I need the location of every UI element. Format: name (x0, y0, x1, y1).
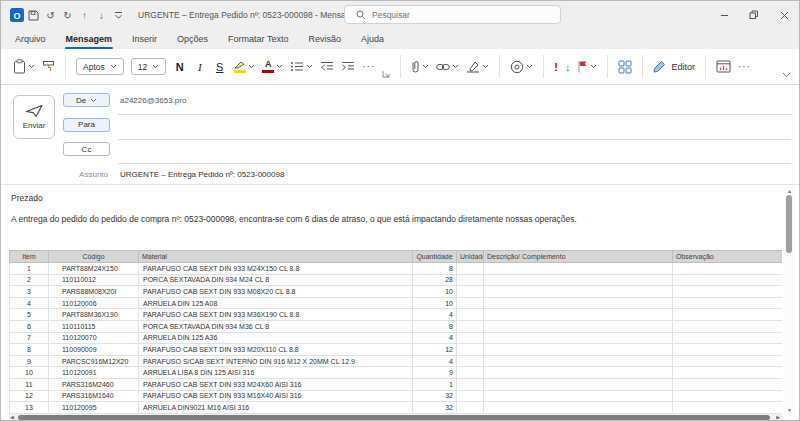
to-input[interactable] (118, 126, 791, 140)
more-font-options-button[interactable]: ··· (362, 61, 375, 72)
scroll-right-button[interactable]: ▶ (776, 414, 780, 421)
tab-formatar-texto[interactable]: Formatar Texto (218, 29, 298, 49)
table-cell: 12 (413, 344, 457, 356)
flag-icon (577, 60, 588, 73)
table-cell: 11 (10, 378, 49, 390)
font-color-swatch (262, 70, 274, 73)
table-cell (484, 286, 673, 298)
send-button[interactable]: Enviar (13, 95, 55, 139)
table-row: 13110120095ARRUELA DIN9021 M16 AISI 3163… (10, 402, 783, 414)
scroll-left-button[interactable]: ◀ (10, 414, 14, 421)
paste-button[interactable] (13, 59, 35, 74)
font-name-select[interactable]: Aptos (76, 58, 124, 75)
ribbon-tab-bar: Arquivo Mensagem Inserir Opções Formatar… (1, 29, 799, 49)
table-cell: 28 (413, 274, 457, 286)
tab-ajuda[interactable]: Ajuda (351, 29, 394, 49)
table-cell (457, 332, 484, 344)
vertical-scrollbar[interactable]: ▲ ▼ (784, 187, 795, 414)
table-cell: 7 (10, 332, 49, 344)
cc-input[interactable] (118, 150, 791, 164)
insights-button[interactable] (716, 60, 731, 73)
editor-button[interactable]: Editor (653, 60, 695, 73)
high-importance-button[interactable]: ! (554, 61, 558, 73)
chevron-down-icon (782, 72, 791, 78)
dialog-launcher-button[interactable] (382, 66, 390, 81)
cc-button[interactable]: Cc (63, 142, 110, 156)
customize-toolbar-button[interactable] (110, 5, 127, 25)
insert-link-button[interactable] (436, 63, 459, 71)
attach-file-button[interactable] (411, 60, 429, 74)
increase-indent-icon (341, 61, 355, 72)
horizontal-scrollbar[interactable]: ◀ ▶ (9, 414, 782, 421)
font-color-button[interactable]: A (262, 60, 283, 73)
table-cell: 6 (10, 320, 49, 332)
low-importance-button[interactable]: ↓ (565, 61, 571, 73)
scroll-up-button[interactable]: ▲ (784, 188, 795, 194)
chevron-down-icon (248, 64, 255, 69)
highlight-color-button[interactable] (233, 60, 255, 73)
from-button[interactable]: De (63, 93, 110, 107)
bullet-list-icon (290, 61, 304, 72)
table-cell (673, 297, 783, 309)
increase-indent-button[interactable] (341, 61, 355, 72)
tab-opcoes[interactable]: Opções (167, 29, 218, 49)
cc-label: Cc (82, 145, 92, 154)
table-cell: PARAFUSO CAB SEXT DIN 933 M24X60 AISI 31… (139, 378, 413, 390)
minimize-button[interactable] (709, 1, 739, 29)
signature-button[interactable] (466, 61, 489, 73)
chevron-down-icon (526, 64, 533, 69)
dictate-button[interactable] (510, 60, 533, 74)
table-cell (673, 355, 783, 367)
tab-inserir[interactable]: Inserir (122, 29, 167, 49)
ribbon-separator (65, 55, 66, 78)
table-cell (484, 332, 673, 344)
move-down-button[interactable]: ↓ (93, 5, 110, 25)
tab-mensagem[interactable]: Mensagem (56, 29, 123, 49)
follow-up-flag-button[interactable] (577, 60, 597, 73)
clipboard-icon (13, 59, 26, 74)
apps-button[interactable] (618, 60, 632, 74)
bullets-button[interactable] (290, 61, 313, 72)
close-button[interactable] (769, 1, 799, 29)
subject-input[interactable]: URGENTE – Entrega Pedido nº: 0523-000098 (120, 170, 284, 179)
insights-icon (716, 60, 731, 73)
redo-button[interactable]: ↻ (59, 5, 76, 25)
table-row: 2110110012PORCA SEXTAVADA DIN 934 M24 CL… (10, 274, 783, 286)
to-label: Para (78, 120, 95, 129)
ribbon: Aptos 12 N I S A (1, 49, 799, 85)
table-cell: 13 (10, 402, 49, 414)
format-painter-button[interactable] (42, 60, 55, 73)
table-cell (457, 367, 484, 379)
down-arrow-icon: ↓ (99, 10, 104, 21)
table-cell (673, 274, 783, 286)
collapse-ribbon-button[interactable] (782, 66, 791, 81)
table-cell (484, 367, 673, 379)
save-button[interactable] (25, 5, 42, 25)
outlook-logo-icon: O (8, 5, 25, 25)
table-cell: 3 (10, 286, 49, 298)
table-cell: PARAFUSO CAB SEXT DIN 933 M08X20 CL 8.8 (139, 286, 413, 298)
table-cell (673, 378, 783, 390)
font-size-select[interactable]: 12 (131, 58, 166, 75)
ribbon-overflow-button[interactable]: ··· (738, 61, 751, 72)
move-up-button[interactable]: ↑ (76, 5, 93, 25)
tab-arquivo[interactable]: Arquivo (5, 29, 56, 49)
italic-button[interactable]: I (193, 61, 206, 73)
table-row: 10110120091ARRUELA LISA 8 DIN 125 AISI 3… (10, 367, 783, 379)
message-body[interactable]: Prezado A entrega do pedido do pedido de… (1, 185, 799, 420)
table-cell (457, 378, 484, 390)
from-field[interactable] (118, 101, 791, 115)
decrease-indent-button[interactable] (320, 61, 334, 72)
chevron-down-icon (152, 64, 159, 69)
horizontal-scrollbar-thumb[interactable] (18, 415, 770, 420)
undo-button[interactable]: ↺ (42, 5, 59, 25)
to-button[interactable]: Para (63, 118, 110, 132)
vertical-scrollbar-thumb[interactable] (786, 195, 792, 253)
search-box[interactable]: Pesquisar (344, 5, 561, 24)
restore-button[interactable] (739, 1, 769, 29)
table-cell: 1 (413, 378, 457, 390)
underline-button[interactable]: S (213, 61, 226, 73)
tab-revisao[interactable]: Revisão (298, 29, 351, 49)
bold-button[interactable]: N (173, 61, 186, 73)
scroll-down-button[interactable]: ▼ (784, 407, 795, 413)
